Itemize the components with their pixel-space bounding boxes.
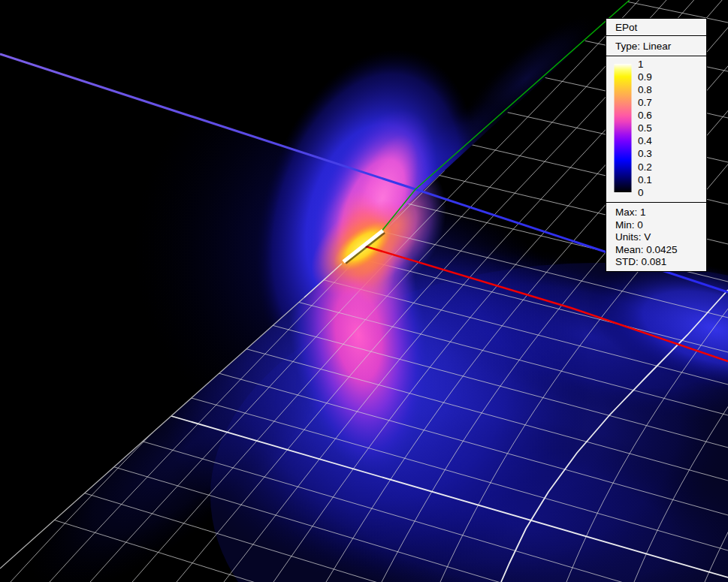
svg-text:0.9: 0.9 [638, 71, 652, 83]
svg-text:0.5: 0.5 [638, 122, 652, 134]
svg-text:0.7: 0.7 [638, 97, 652, 108]
svg-text:Min: 0: Min: 0 [615, 219, 643, 231]
svg-text:0.4: 0.4 [638, 135, 652, 146]
svg-text:0.2: 0.2 [638, 161, 652, 173]
svg-text:STD: 0.081: STD: 0.081 [615, 256, 666, 267]
svg-text:0.8: 0.8 [638, 84, 652, 95]
svg-text:0.6: 0.6 [638, 110, 652, 121]
svg-text:Units: V: Units: V [615, 231, 651, 243]
svg-text:0.3: 0.3 [638, 148, 652, 159]
svg-text:Mean: 0.0425: Mean: 0.0425 [615, 244, 678, 255]
svg-text:1: 1 [638, 59, 644, 70]
svg-text:Max: 1: Max: 1 [615, 207, 646, 218]
svg-text:0.1: 0.1 [638, 174, 652, 185]
svg-text:Type: Linear: Type: Linear [615, 41, 672, 52]
svg-text:0: 0 [638, 187, 644, 198]
svg-text:EPot: EPot [615, 22, 638, 33]
